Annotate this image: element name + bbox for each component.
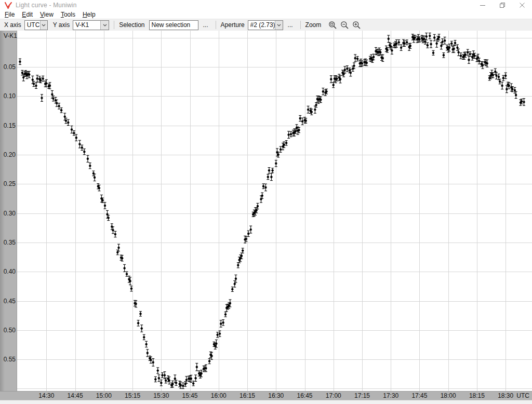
minimize-icon (480, 3, 485, 8)
x-tick-label: 18:30 (493, 392, 518, 399)
x-tick-label: 15:00 (91, 392, 116, 399)
aperture-value: #2 (2.73) (248, 21, 275, 30)
x-tick-label: 14:30 (34, 392, 59, 399)
x-tick-label: 14:45 (63, 392, 88, 399)
toolbar-separator (114, 21, 114, 29)
x-tick-label: 17:15 (350, 392, 375, 399)
x-tick-label: 18:00 (436, 392, 461, 399)
y-tick-label: 0.20 (0, 151, 16, 158)
y-tick-label: 0.15 (0, 122, 16, 129)
menu-file[interactable]: File (1, 10, 18, 19)
x-tick-label: 17:45 (407, 392, 432, 399)
aperture-label: Aperture (221, 21, 245, 29)
aperture-more-button[interactable]: ... (285, 20, 296, 30)
muniwin-app-icon (5, 2, 12, 9)
y-tick-label: 0.50 (0, 327, 16, 334)
x-axis-label: X axis (4, 21, 21, 29)
y-tick-label: 0.55 (0, 356, 16, 363)
chevron-down-icon (275, 21, 283, 30)
x-tick-label: 18:15 (464, 392, 489, 399)
x-tick-label: 16:45 (292, 392, 317, 399)
x-tick-label: 17:00 (321, 392, 346, 399)
y-axis-label: Y axis (53, 21, 70, 29)
zoom-label: Zoom (305, 21, 322, 29)
x-tick-label: 17:30 (378, 392, 403, 399)
x-tick-label: 15:30 (149, 392, 174, 399)
menu-edit[interactable]: Edit (18, 10, 36, 19)
x-tick-label: 15:15 (120, 392, 145, 399)
x-tick-label: 16:00 (206, 392, 231, 399)
zoom-in-button[interactable] (351, 20, 362, 30)
toolbar: X axis UTC Y axis V-K1 Selection New sel… (0, 19, 532, 31)
chevron-down-icon (100, 21, 109, 30)
x-axis-value: UTC (25, 21, 40, 30)
title-bar: Light curve - Muniwin (0, 0, 532, 10)
y-tick-label: 0.40 (0, 268, 16, 275)
toolbar-separator (300, 21, 301, 29)
menu-tools[interactable]: Tools (57, 10, 79, 19)
y-tick-label: 0.10 (0, 92, 16, 100)
selection-label: Selection (119, 21, 144, 29)
restore-button[interactable] (493, 0, 512, 10)
x-axis-unit-label: UTC (516, 392, 529, 399)
y-axis-value: V-K1 (73, 21, 100, 30)
zoom-fit-button[interactable] (327, 20, 338, 30)
aperture-select[interactable]: #2 (2.73) (248, 20, 283, 30)
toolbar-separator (216, 21, 216, 29)
close-icon (520, 3, 525, 8)
menu-help[interactable]: Help (79, 10, 99, 19)
chart-area[interactable] (0, 31, 532, 400)
menu-view[interactable]: View (36, 10, 57, 19)
y-tick-label: 0.30 (0, 210, 16, 217)
selection-more-button[interactable]: ... (201, 20, 211, 30)
window-title: Light curve - Muniwin (16, 2, 77, 9)
y-tick-label: 0.45 (0, 298, 16, 305)
y-axis-select[interactable]: V-K1 (73, 20, 109, 30)
x-axis-select[interactable]: UTC (24, 20, 48, 30)
light-curve-plot: V-K1 0.050.100.150.200.250.300.350.400.4… (0, 31, 532, 400)
y-tick-label: 0.25 (0, 180, 16, 187)
chevron-down-icon (40, 21, 47, 30)
selection-input[interactable]: New selection (149, 20, 198, 30)
y-tick-label: 0.05 (0, 63, 16, 71)
zoom-in-icon (352, 21, 361, 30)
close-button[interactable] (512, 0, 532, 10)
restore-icon (500, 3, 505, 8)
y-tick-label: 0.35 (0, 239, 16, 246)
zoom-out-button[interactable] (339, 20, 350, 30)
minimize-button[interactable] (473, 0, 493, 10)
window-controls (473, 0, 532, 10)
muniwin-window: Light curve - Muniwin FileEditViewToolsH… (0, 0, 532, 404)
x-tick-label: 15:45 (178, 392, 203, 399)
x-tick-label: 16:30 (263, 392, 288, 399)
zoom-fit-icon (328, 21, 337, 30)
status-bar (0, 400, 532, 404)
zoom-out-icon (340, 21, 349, 30)
x-tick-label: 16:15 (235, 392, 260, 399)
y-axis-caption: V-K1 (4, 32, 17, 39)
menu-bar: FileEditViewToolsHelp (0, 10, 532, 19)
